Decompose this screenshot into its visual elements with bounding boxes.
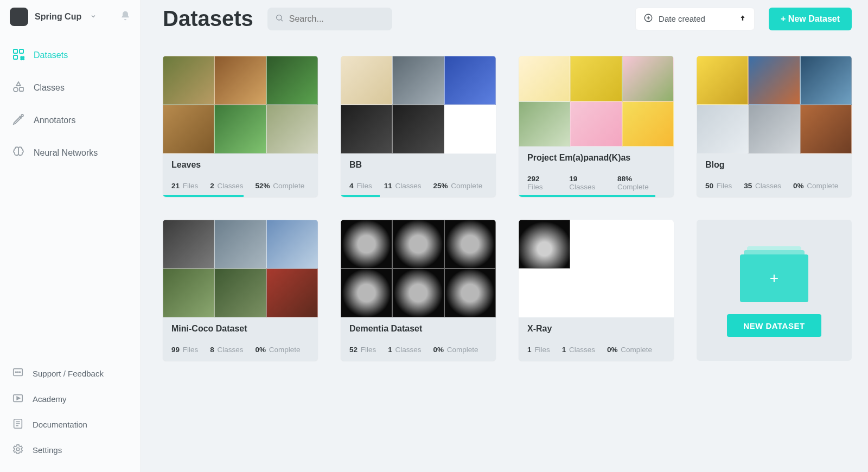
complete-stat: 0% Complete bbox=[793, 182, 838, 190]
dataset-card[interactable]: BB4 Files11 Classes25% Complete bbox=[341, 56, 496, 197]
svg-rect-1 bbox=[20, 49, 23, 53]
files-stat: 99 Files bbox=[171, 346, 198, 354]
dataset-stats: 21 Files2 Classes52% Complete bbox=[171, 182, 309, 190]
thumbnail bbox=[519, 220, 570, 269]
dataset-card[interactable]: Dementia Dataset52 Files1 Classes0% Comp… bbox=[341, 220, 496, 361]
topbar: Datasets Date created + New Dataset bbox=[163, 7, 852, 31]
thumbnail bbox=[392, 56, 444, 105]
thumbnail bbox=[266, 269, 318, 317]
dataset-title: Mini-Coco Dataset bbox=[171, 324, 309, 334]
workspace-avatar bbox=[10, 8, 28, 26]
thumbnail bbox=[341, 220, 392, 269]
dataset-card[interactable]: Mini-Coco Dataset99 Files8 Classes0% Com… bbox=[163, 220, 318, 361]
thumbnail bbox=[570, 269, 622, 317]
dataset-title: Dementia Dataset bbox=[349, 324, 487, 334]
files-stat: 292 Files bbox=[527, 175, 557, 191]
chat-icon bbox=[12, 367, 24, 380]
complete-stat: 88% Complete bbox=[617, 175, 665, 191]
sidebar-item-academy[interactable]: Academy bbox=[5, 387, 135, 411]
sidebar-footer: Support / Feedback Academy Documentation… bbox=[0, 361, 141, 464]
workspace-switcher[interactable]: Spring Cup bbox=[0, 8, 141, 36]
thumbnail bbox=[341, 105, 392, 154]
dataset-card[interactable]: Leaves21 Files2 Classes52% Complete bbox=[163, 56, 318, 197]
thumbnail bbox=[519, 56, 570, 101]
sidebar-nav: Datasets Classes Annotators Neural Netwo… bbox=[0, 36, 141, 173]
arrow-up-icon bbox=[739, 14, 746, 23]
files-stat: 50 Files bbox=[705, 182, 732, 190]
sidebar-item-label: Support / Feedback bbox=[33, 369, 104, 378]
progress-track bbox=[163, 359, 318, 361]
progress-bar bbox=[163, 195, 244, 197]
sidebar-item-classes[interactable]: Classes bbox=[5, 73, 135, 103]
sort-label: Date created bbox=[659, 14, 705, 23]
progress-track bbox=[341, 195, 496, 197]
svg-point-5 bbox=[21, 59, 22, 60]
thumbnail bbox=[800, 105, 852, 154]
dataset-card[interactable]: X-Ray1 Files1 Classes0% Complete bbox=[519, 220, 674, 361]
search-box[interactable] bbox=[267, 8, 392, 30]
svg-point-13 bbox=[17, 372, 18, 373]
play-icon bbox=[12, 392, 24, 406]
new-dataset-card[interactable]: +NEW DATASET bbox=[697, 220, 852, 361]
svg-rect-0 bbox=[14, 49, 17, 53]
dataset-card-body: Dementia Dataset52 Files1 Classes0% Comp… bbox=[341, 317, 496, 355]
sidebar-item-settings[interactable]: Settings bbox=[5, 438, 135, 462]
dataset-card[interactable]: Blog50 Files35 Classes0% Complete bbox=[697, 56, 852, 197]
thumbnail bbox=[214, 56, 266, 105]
progress-track bbox=[519, 195, 674, 197]
svg-rect-2 bbox=[14, 55, 17, 59]
thumbnail bbox=[392, 269, 444, 317]
dataset-title: Project Em(a)panad(K)as bbox=[527, 153, 665, 163]
dataset-stats: 52 Files1 Classes0% Complete bbox=[349, 346, 487, 354]
sidebar-item-label: Documentation bbox=[33, 420, 87, 429]
sidebar-item-annotators[interactable]: Annotators bbox=[5, 105, 135, 136]
dataset-thumbnails bbox=[163, 220, 318, 317]
thumbnail bbox=[341, 56, 392, 105]
thumbnail bbox=[697, 56, 748, 105]
thumbnail bbox=[163, 269, 214, 317]
bell-icon[interactable] bbox=[120, 10, 131, 23]
progress-bar bbox=[341, 195, 380, 197]
classes-stat: 35 Classes bbox=[744, 182, 781, 190]
thumbnail bbox=[214, 269, 266, 317]
thumbnail bbox=[392, 105, 444, 154]
sidebar-item-datasets[interactable]: Datasets bbox=[5, 40, 135, 71]
thumbnail bbox=[570, 220, 622, 269]
pen-icon bbox=[12, 113, 25, 128]
thumbnail bbox=[622, 269, 674, 317]
search-input[interactable] bbox=[289, 14, 385, 24]
dataset-stats: 1 Files1 Classes0% Complete bbox=[527, 346, 665, 354]
thumbnail bbox=[697, 105, 748, 154]
new-dataset-card-button[interactable]: NEW DATASET bbox=[727, 314, 821, 337]
thumbnail bbox=[444, 269, 496, 317]
dataset-stats: 292 Files19 Classes88% Complete bbox=[527, 175, 665, 191]
sidebar-item-label: Annotators bbox=[34, 116, 75, 125]
workspace-name: Spring Cup bbox=[35, 12, 81, 22]
sidebar-item-support[interactable]: Support / Feedback bbox=[5, 361, 135, 386]
thumbnail bbox=[519, 101, 570, 147]
svg-marker-7 bbox=[16, 82, 21, 86]
files-stat: 1 Files bbox=[527, 346, 550, 354]
sort-dropdown[interactable]: Date created bbox=[635, 8, 755, 30]
grid-icon bbox=[12, 48, 25, 63]
page-title: Datasets bbox=[163, 7, 253, 31]
dataset-card-body: Blog50 Files35 Classes0% Complete bbox=[697, 154, 852, 191]
sidebar-item-label: Academy bbox=[33, 394, 67, 404]
thumbnail bbox=[748, 56, 800, 105]
sidebar-item-documentation[interactable]: Documentation bbox=[5, 412, 135, 437]
thumbnail bbox=[444, 56, 496, 105]
dataset-thumbnails bbox=[341, 220, 496, 317]
chevron-down-icon bbox=[90, 12, 97, 22]
dataset-card[interactable]: Project Em(a)panad(K)as292 Files19 Class… bbox=[519, 56, 674, 197]
svg-point-21 bbox=[16, 448, 20, 451]
thumbnail bbox=[570, 101, 622, 147]
dataset-thumbnails bbox=[519, 56, 674, 146]
thumbnail bbox=[519, 269, 570, 317]
dataset-title: Blog bbox=[705, 160, 843, 170]
dataset-stats: 99 Files8 Classes0% Complete bbox=[171, 346, 309, 354]
new-dataset-button[interactable]: + New Dataset bbox=[769, 8, 852, 30]
sidebar-item-neural-networks[interactable]: Neural Networks bbox=[5, 138, 135, 168]
thumbnail bbox=[444, 220, 496, 269]
complete-stat: 0% Complete bbox=[433, 346, 478, 354]
progress-track bbox=[697, 195, 852, 197]
